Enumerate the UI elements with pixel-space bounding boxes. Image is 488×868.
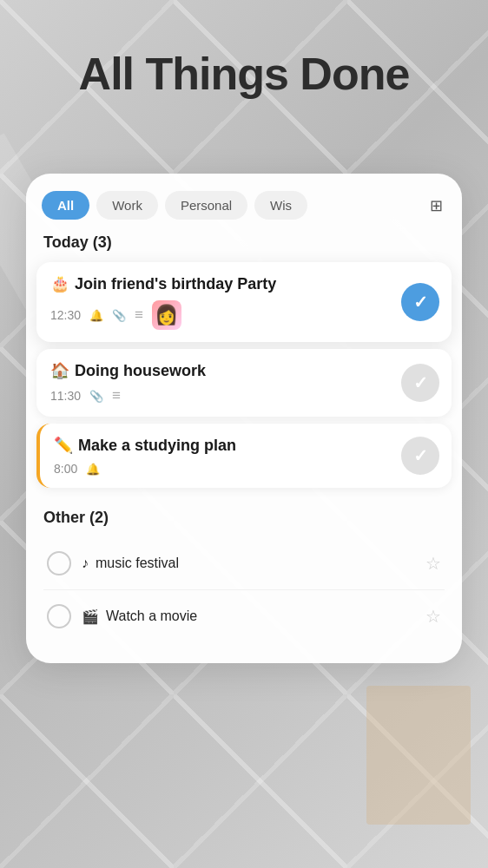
task-thumbnail: 👩: [152, 300, 181, 330]
check-icon-2: ✓: [413, 372, 428, 393]
grid-view-icon[interactable]: ⊞: [426, 193, 446, 219]
other-section-header: Other (2): [43, 509, 445, 527]
task-study: ✏️ Make a studying plan 8:00 🔔 ✓: [36, 424, 452, 488]
circle-check-music[interactable]: [47, 551, 71, 575]
star-movie[interactable]: ☆: [425, 606, 441, 627]
task-birthday-meta: 12:30 🔔 📎 ≡ 👩: [50, 300, 438, 330]
movie-label: 🎬 Watch a movie: [82, 608, 415, 625]
today-section-header: Today (3): [26, 233, 462, 262]
task-birthday: 🎂 Join friend's birthday Party 12:30 🔔 📎…: [36, 262, 452, 342]
bell-icon-2: 🔔: [86, 463, 100, 476]
attachment-icon-2: 📎: [89, 390, 103, 403]
complete-button-study[interactable]: ✓: [401, 437, 439, 475]
tab-work[interactable]: Work: [96, 191, 158, 220]
filter-tabs: All Work Personal Wis ⊞: [26, 191, 462, 233]
app-title: All Things Done: [0, 48, 488, 100]
circle-check-movie[interactable]: [47, 604, 71, 628]
task-music: ♪ music festival ☆: [43, 537, 445, 590]
housework-emoji: 🏠: [50, 361, 69, 380]
notebook-decoration: [366, 686, 471, 825]
birthday-emoji: 🎂: [50, 274, 69, 293]
task-movie: 🎬 Watch a movie ☆: [43, 590, 445, 642]
check-icon-3: ✓: [413, 445, 428, 466]
task-study-title: ✏️ Make a studying plan: [54, 436, 438, 455]
tab-personal[interactable]: Personal: [165, 191, 247, 220]
star-music[interactable]: ☆: [425, 553, 441, 574]
task-housework-title: 🏠 Doing housework: [50, 361, 438, 380]
main-card: All Work Personal Wis ⊞ Today (3) 🎂 Join…: [26, 174, 462, 663]
complete-button-housework[interactable]: ✓: [401, 364, 439, 402]
task-birthday-title: 🎂 Join friend's birthday Party: [50, 274, 438, 293]
music-emoji: ♪: [82, 556, 89, 571]
bell-icon: 🔔: [89, 309, 103, 322]
task-study-meta: 8:00 🔔: [54, 462, 438, 476]
task-housework-meta: 11:30 📎 ≡: [50, 387, 438, 404]
task-birthday-time: 12:30: [50, 308, 81, 322]
complete-button-birthday[interactable]: ✓: [401, 283, 439, 321]
tab-wis[interactable]: Wis: [254, 191, 307, 220]
music-label: ♪ music festival: [82, 556, 415, 571]
task-housework: 🏠 Doing housework 11:30 📎 ≡ ✓: [36, 349, 452, 417]
list-icon-2: ≡: [112, 387, 121, 404]
study-emoji: ✏️: [54, 436, 73, 455]
list-icon: ≡: [135, 306, 143, 324]
attachment-icon: 📎: [112, 309, 126, 322]
task-housework-time: 11:30: [50, 389, 81, 403]
tab-all[interactable]: All: [42, 191, 89, 220]
check-icon: ✓: [413, 292, 428, 312]
movie-emoji: 🎬: [82, 608, 99, 625]
task-study-time: 8:00: [54, 462, 77, 476]
other-section: Other (2) ♪ music festival ☆ 🎬 Watch a m…: [26, 495, 462, 642]
